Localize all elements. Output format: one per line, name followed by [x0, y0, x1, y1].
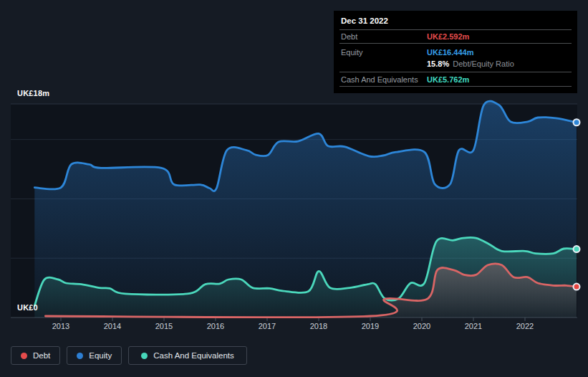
cash-swatch-icon	[141, 353, 148, 359]
y-axis-zero-label: UK£0	[17, 303, 38, 312]
tooltip-debt-label: Debt	[341, 32, 427, 41]
legend-label-debt: Debt	[33, 351, 50, 360]
y-axis-max-label: UK£18m	[17, 89, 49, 97]
tooltip-cash-value: UK£5.762m	[427, 75, 469, 84]
debt-swatch-icon	[21, 353, 27, 359]
x-axis-label-2017: 2017	[251, 322, 283, 330]
x-axis-label-2016: 2016	[200, 322, 231, 330]
tooltip-date: Dec 31 2022	[339, 11, 572, 30]
legend-label-equity: Equity	[89, 351, 112, 360]
tooltip-cash-row: Cash And Equivalents UK£5.762m	[339, 72, 572, 87]
tooltip-equity-row: Equity UK£16.444m	[339, 44, 572, 58]
legend-item-debt[interactable]: Debt	[11, 346, 60, 365]
debt-equity-chart-panel: UK£18m UK£0 2013201420152016201720182019…	[0, 0, 588, 377]
tooltip-cash-label: Cash And Equivalents	[341, 75, 427, 84]
x-axis-label-2019: 2019	[355, 322, 386, 330]
x-axis-label-2015: 2015	[148, 322, 180, 330]
x-axis-label-2013: 2013	[45, 322, 77, 330]
cash-endpoint-dot[interactable]	[574, 246, 580, 252]
tooltip-debt-row: Debt UK£2.592m	[339, 30, 572, 44]
x-axis-label-2018: 2018	[303, 322, 334, 330]
tooltip-equity-label: Equity	[341, 48, 427, 57]
tooltip-equity-value: UK£16.444m	[427, 48, 473, 57]
equity-swatch-icon	[77, 353, 83, 359]
x-axis-label-2021: 2021	[458, 322, 489, 330]
tooltip-ratio-label: Debt/Equity Ratio	[453, 59, 514, 68]
x-axis-label-2022: 2022	[509, 322, 541, 330]
tooltip-ratio-value: 15.8%	[427, 59, 449, 68]
legend: Debt Equity Cash And Equivalents	[11, 346, 247, 365]
tooltip-debt-value: UK£2.592m	[427, 32, 469, 41]
chart-tooltip: Dec 31 2022 Debt UK£2.592m Equity UK£16.…	[334, 11, 577, 93]
debt-endpoint-dot[interactable]	[574, 284, 580, 290]
x-axis-label-2014: 2014	[97, 322, 128, 330]
legend-item-cash[interactable]: Cash And Equivalents	[128, 346, 247, 365]
tooltip-ratio-row: 15.8% Debt/Equity Ratio	[339, 58, 572, 72]
legend-label-cash: Cash And Equivalents	[153, 351, 234, 360]
x-axis-labels: 2013201420152016201720182019202020212022	[0, 322, 588, 333]
legend-item-equity[interactable]: Equity	[67, 346, 122, 365]
equity-endpoint-dot[interactable]	[574, 119, 580, 125]
x-axis-label-2020: 2020	[406, 322, 438, 330]
